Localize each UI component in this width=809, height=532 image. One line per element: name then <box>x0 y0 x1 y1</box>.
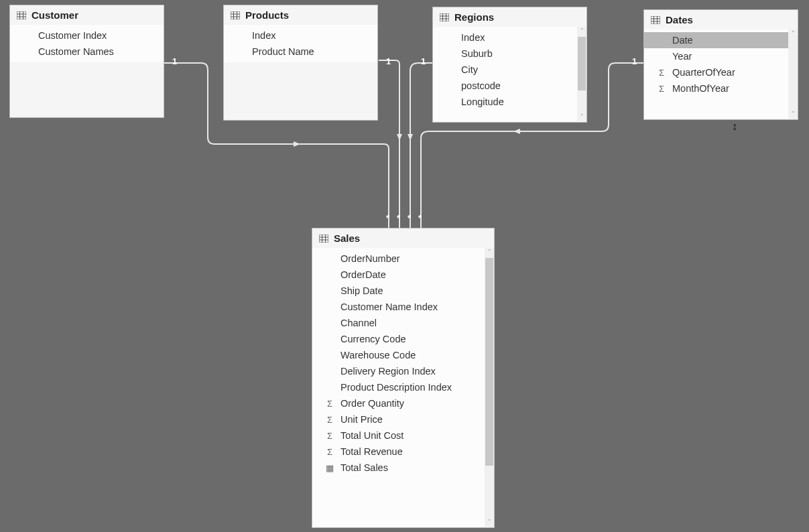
table-header[interactable]: Dates <box>644 10 798 29</box>
field-label: Order Quantity <box>340 398 487 409</box>
field-row[interactable]: ΣMonthOfYear <box>644 80 798 96</box>
field-row[interactable]: OrderDate <box>312 267 494 283</box>
sigma-icon: Σ <box>324 431 335 441</box>
scrollbar[interactable]: ˄ ˅ <box>788 29 798 119</box>
scroll-up-icon[interactable]: ˄ <box>792 29 795 38</box>
field-row[interactable]: Ship Date <box>312 283 494 299</box>
table-header[interactable]: Customer <box>10 5 164 25</box>
field-label: OrderNumber <box>340 253 487 264</box>
field-label: Date <box>672 35 791 46</box>
field-row[interactable]: Currency Code <box>312 331 494 347</box>
cardinality-label: 1 <box>632 56 637 66</box>
table-dates[interactable]: Dates Date Year ΣQuarterOfYear ΣMonthOfY… <box>643 9 798 120</box>
field-label: Product Description Index <box>340 382 487 393</box>
table-header[interactable]: Regions <box>433 7 586 27</box>
field-label: Longitude <box>461 96 580 107</box>
field-label: Customer Names <box>38 46 157 57</box>
cardinality-label: 1 <box>172 56 177 66</box>
scroll-down-icon[interactable]: ˅ <box>792 110 795 119</box>
field-label: Suburb <box>461 48 580 59</box>
field-label: Warehouse Code <box>340 350 487 360</box>
field-row[interactable]: ▦Total Sales <box>312 460 494 476</box>
table-products[interactable]: Products Index Product Name <box>223 5 378 121</box>
svg-rect-4 <box>17 11 26 19</box>
scrollbar[interactable]: ˄ ˅ <box>485 248 494 527</box>
table-icon <box>319 235 328 243</box>
sigma-icon: Σ <box>324 447 335 457</box>
field-label: Total Sales <box>340 462 487 473</box>
field-row[interactable]: Channel <box>312 315 494 331</box>
svg-marker-1 <box>397 134 402 141</box>
table-title: Dates <box>666 14 693 25</box>
field-label: Year <box>672 51 791 62</box>
field-row[interactable]: Product Name <box>224 44 377 60</box>
field-label: QuarterOfYear <box>672 67 791 78</box>
field-row[interactable]: Year <box>644 48 798 64</box>
table-title: Regions <box>454 11 494 23</box>
field-row[interactable]: City <box>433 62 586 78</box>
field-row[interactable]: Customer Index <box>10 27 164 44</box>
scroll-up-icon[interactable]: ˄ <box>488 248 491 257</box>
field-row[interactable]: Index <box>433 29 586 46</box>
sigma-icon: Σ <box>324 415 335 425</box>
field-row[interactable]: OrderNumber <box>312 251 494 267</box>
scroll-down-icon[interactable]: ˅ <box>580 113 584 121</box>
field-row[interactable]: ΣTotal Revenue <box>312 444 494 460</box>
sigma-icon: Σ <box>656 84 667 94</box>
table-icon <box>440 13 449 21</box>
field-label: Unit Price <box>340 414 487 425</box>
model-canvas[interactable]: 1 1 1 1 * * * * Customer Customer Index … <box>0 0 809 532</box>
sigma-icon: Σ <box>656 68 667 78</box>
table-body: Index Suburb City postcode Longitude ˄ ˅ <box>433 27 586 121</box>
field-label: Ship Date <box>340 285 487 296</box>
scroll-thumb[interactable] <box>578 37 586 90</box>
measure-icon: ▦ <box>324 463 335 473</box>
field-row[interactable]: Index <box>224 27 377 44</box>
cardinality-label: 1 <box>386 56 391 66</box>
scroll-up-icon[interactable]: ˄ <box>580 27 584 36</box>
table-title: Customer <box>32 9 78 21</box>
scrollbar[interactable]: ˄ ˅ <box>577 27 586 121</box>
field-label: Total Unit Cost <box>340 430 487 441</box>
table-regions[interactable]: Regions Index Suburb City postcode Longi… <box>432 7 587 123</box>
field-row[interactable]: Suburb <box>433 46 586 62</box>
field-label: Customer Name Index <box>340 302 487 312</box>
field-label: City <box>461 64 580 75</box>
table-header[interactable]: Sales <box>312 228 494 248</box>
field-row[interactable]: Customer Name Index <box>312 299 494 315</box>
cardinality-star: * <box>408 213 411 223</box>
cardinality-star: * <box>386 213 389 223</box>
field-label: postcode <box>461 80 580 91</box>
cardinality-star: * <box>418 213 422 223</box>
field-label: Index <box>252 30 371 41</box>
field-row[interactable]: Warehouse Code <box>312 347 494 363</box>
field-label: Currency Code <box>340 334 487 344</box>
svg-rect-19 <box>651 16 660 24</box>
svg-rect-9 <box>231 11 240 19</box>
field-row[interactable]: Date <box>644 32 798 48</box>
resize-cursor-icon: ↕ <box>732 121 737 133</box>
field-row[interactable]: ΣUnit Price <box>312 411 494 427</box>
scroll-down-icon[interactable]: ˅ <box>488 518 491 527</box>
field-label: Customer Index <box>38 30 157 41</box>
field-row[interactable]: Product Description Index <box>312 379 494 395</box>
field-label: Delivery Region Index <box>340 366 487 377</box>
field-row[interactable]: ΣQuarterOfYear <box>644 64 798 80</box>
field-row[interactable]: ΣTotal Unit Cost <box>312 427 494 444</box>
table-title: Products <box>245 9 289 21</box>
scroll-thumb[interactable] <box>485 258 493 466</box>
field-label: Product Name <box>252 46 371 57</box>
table-customer[interactable]: Customer Customer Index Customer Names <box>9 5 164 118</box>
field-row[interactable]: Longitude <box>433 94 586 110</box>
cardinality-label: 1 <box>421 56 426 66</box>
field-row[interactable]: Customer Names <box>10 44 164 60</box>
table-header[interactable]: Products <box>224 5 377 25</box>
sigma-icon: Σ <box>324 399 335 409</box>
svg-rect-24 <box>319 235 328 243</box>
table-sales[interactable]: Sales OrderNumber OrderDate Ship Date Cu… <box>312 228 495 528</box>
field-row[interactable]: Delivery Region Index <box>312 363 494 379</box>
field-label: Channel <box>340 318 487 328</box>
field-row[interactable]: ΣOrder Quantity <box>312 395 494 411</box>
table-title: Sales <box>334 232 360 244</box>
field-row[interactable]: postcode <box>433 78 586 94</box>
